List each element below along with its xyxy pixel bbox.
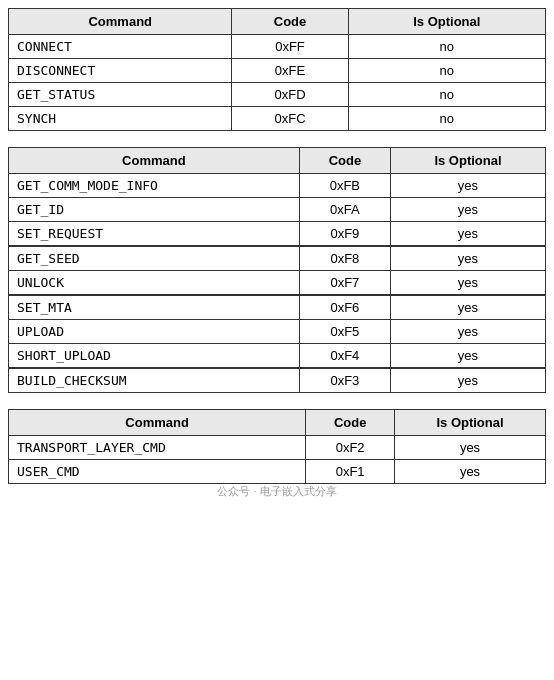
table-section-1: Command Code Is Optional CONNECT 0xFF no…	[8, 8, 546, 131]
table-row: SET_MTA 0xF6 yes	[9, 296, 546, 320]
tables-container: Command Code Is Optional CONNECT 0xFF no…	[8, 8, 546, 499]
table-row: SYNCH 0xFC no	[9, 107, 546, 131]
opt-transport: yes	[395, 436, 546, 460]
cmd-build-checksum: BUILD_CHECKSUM	[9, 369, 300, 393]
table-row: GET_ID 0xFA yes	[9, 198, 546, 222]
opt-connect: no	[348, 35, 545, 59]
code-get-status: 0xFD	[232, 83, 348, 107]
cmd-get-seed: GET_SEED	[9, 247, 300, 271]
code-synch: 0xFC	[232, 107, 348, 131]
opt-get-comm: yes	[390, 174, 545, 198]
opt-build-checksum: yes	[390, 369, 545, 393]
cmd-get-status: GET_STATUS	[9, 83, 232, 107]
table-row: GET_SEED 0xF8 yes	[9, 247, 546, 271]
opt-synch: no	[348, 107, 545, 131]
cmd-set-request: SET_REQUEST	[9, 222, 300, 246]
table-2: Command Code Is Optional GET_COMM_MODE_I…	[8, 147, 546, 393]
opt-user: yes	[395, 460, 546, 484]
opt-set-mta: yes	[390, 296, 545, 320]
table-row: GET_COMM_MODE_INFO 0xFB yes	[9, 174, 546, 198]
header-optional-1: Is Optional	[348, 9, 545, 35]
table-row: GET_STATUS 0xFD no	[9, 83, 546, 107]
header-optional-2: Is Optional	[390, 148, 545, 174]
table-row: SET_REQUEST 0xF9 yes	[9, 222, 546, 246]
opt-get-status: no	[348, 83, 545, 107]
cmd-set-mta: SET_MTA	[9, 296, 300, 320]
code-disconnect: 0xFE	[232, 59, 348, 83]
cmd-upload: UPLOAD	[9, 320, 300, 344]
cmd-get-id: GET_ID	[9, 198, 300, 222]
cmd-disconnect: DISCONNECT	[9, 59, 232, 83]
header-command-3: Command	[9, 410, 306, 436]
header-code-3: Code	[306, 410, 395, 436]
table-row: DISCONNECT 0xFE no	[9, 59, 546, 83]
table-3: Command Code Is Optional TRANSPORT_LAYER…	[8, 409, 546, 484]
cmd-get-comm: GET_COMM_MODE_INFO	[9, 174, 300, 198]
header-code-2: Code	[299, 148, 390, 174]
table-row: UNLOCK 0xF7 yes	[9, 271, 546, 295]
opt-disconnect: no	[348, 59, 545, 83]
opt-get-id: yes	[390, 198, 545, 222]
opt-unlock: yes	[390, 271, 545, 295]
watermark: 公众号 · 电子嵌入式分享	[8, 484, 546, 499]
opt-get-seed: yes	[390, 247, 545, 271]
header-command-2: Command	[9, 148, 300, 174]
table-section-3: Command Code Is Optional TRANSPORT_LAYER…	[8, 409, 546, 499]
table-section-2: Command Code Is Optional GET_COMM_MODE_I…	[8, 147, 546, 393]
table-row: TRANSPORT_LAYER_CMD 0xF2 yes	[9, 436, 546, 460]
table-row: USER_CMD 0xF1 yes	[9, 460, 546, 484]
opt-set-request: yes	[390, 222, 545, 246]
code-upload: 0xF5	[299, 320, 390, 344]
code-build-checksum: 0xF3	[299, 369, 390, 393]
opt-upload: yes	[390, 320, 545, 344]
code-get-comm: 0xFB	[299, 174, 390, 198]
header-code-1: Code	[232, 9, 348, 35]
opt-short-upload: yes	[390, 344, 545, 368]
cmd-short-upload: SHORT_UPLOAD	[9, 344, 300, 368]
header-command-1: Command	[9, 9, 232, 35]
code-short-upload: 0xF4	[299, 344, 390, 368]
cmd-synch: SYNCH	[9, 107, 232, 131]
code-unlock: 0xF7	[299, 271, 390, 295]
table-row: BUILD_CHECKSUM 0xF3 yes	[9, 369, 546, 393]
code-get-id: 0xFA	[299, 198, 390, 222]
table-row: CONNECT 0xFF no	[9, 35, 546, 59]
cmd-connect: CONNECT	[9, 35, 232, 59]
cmd-unlock: UNLOCK	[9, 271, 300, 295]
table-1: Command Code Is Optional CONNECT 0xFF no…	[8, 8, 546, 131]
code-set-mta: 0xF6	[299, 296, 390, 320]
cmd-transport: TRANSPORT_LAYER_CMD	[9, 436, 306, 460]
code-transport: 0xF2	[306, 436, 395, 460]
code-get-seed: 0xF8	[299, 247, 390, 271]
table-row: SHORT_UPLOAD 0xF4 yes	[9, 344, 546, 368]
cmd-user: USER_CMD	[9, 460, 306, 484]
header-optional-3: Is Optional	[395, 410, 546, 436]
code-user: 0xF1	[306, 460, 395, 484]
table-row: UPLOAD 0xF5 yes	[9, 320, 546, 344]
code-set-request: 0xF9	[299, 222, 390, 246]
code-connect: 0xFF	[232, 35, 348, 59]
